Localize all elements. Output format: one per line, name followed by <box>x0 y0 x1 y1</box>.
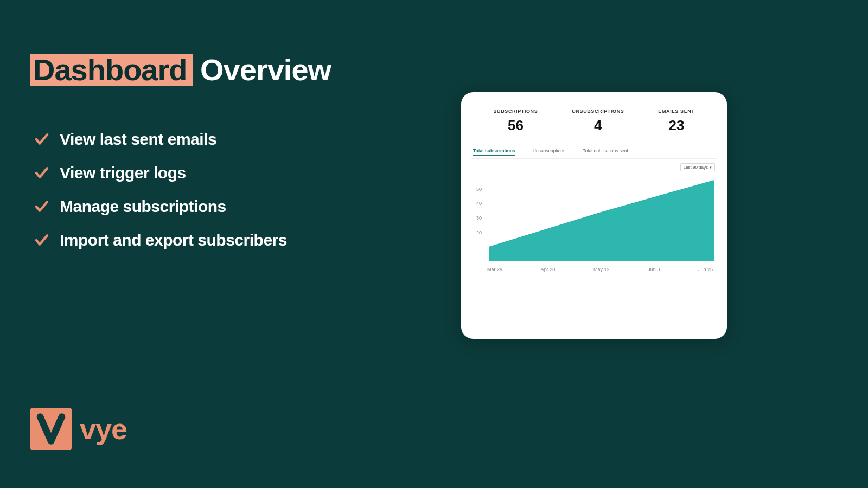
stat-label: EMAILS SENT <box>658 108 694 114</box>
date-range-select[interactable]: Last 90 days ▾ <box>680 163 715 171</box>
check-icon <box>34 232 50 248</box>
x-tick-label: Apr 20 <box>541 267 556 272</box>
feature-text: Manage subscriptions <box>60 197 226 216</box>
x-tick-label: Jun 3 <box>648 267 660 272</box>
tab-total-subscriptions[interactable]: Total subscriptions <box>473 148 515 156</box>
chevron-down-icon: ▾ <box>710 165 712 170</box>
heading-rest: Overview <box>200 53 331 87</box>
x-axis: Mar 29Apr 20May 12Jun 3Jun 25 <box>486 267 714 272</box>
stat-label: UNSUBSCRIPTIONS <box>572 108 624 114</box>
x-tick-label: Mar 29 <box>487 267 502 272</box>
stat-label: SUBSCRIPTIONS <box>494 108 538 114</box>
x-tick-label: Jun 25 <box>698 267 713 272</box>
stat-value: 56 <box>494 117 538 134</box>
stats-row: SUBSCRIPTIONS 56 UNSUBSCRIPTIONS 4 EMAIL… <box>471 108 717 134</box>
feature-item: View trigger logs <box>34 164 287 182</box>
feature-item: Manage subscriptions <box>34 197 287 216</box>
feature-text: Import and export subscribers <box>60 231 287 249</box>
date-range-label: Last 90 days <box>684 165 708 170</box>
area-plot <box>489 175 714 261</box>
chart-tabs: Total subscriptions Unsubscriptions Tota… <box>471 148 717 159</box>
feature-item: Import and export subscribers <box>34 231 287 249</box>
stat-value: 23 <box>658 117 694 134</box>
feature-text: View last sent emails <box>60 130 216 149</box>
chart-area: 20304050 Mar 29Apr 20May 12Jun 3Jun 25 <box>471 175 717 283</box>
logo-text: vye <box>80 412 127 446</box>
heading-highlight: Dashboard <box>30 54 193 86</box>
y-tick-label: 20 <box>476 230 482 235</box>
feature-list: View last sent emails View trigger logs … <box>34 130 287 249</box>
slide-heading: Dashboard Overview <box>30 54 331 86</box>
feature-text: View trigger logs <box>60 164 186 182</box>
y-tick-label: 50 <box>476 187 482 192</box>
y-tick-label: 40 <box>476 201 482 206</box>
tab-unsubscriptions[interactable]: Unsubscriptions <box>533 148 565 156</box>
tab-total-notifications-sent[interactable]: Total notifications sent <box>583 148 628 156</box>
dashboard-card: SUBSCRIPTIONS 56 UNSUBSCRIPTIONS 4 EMAIL… <box>461 92 727 339</box>
feature-item: View last sent emails <box>34 130 287 149</box>
y-axis: 20304050 <box>471 175 484 261</box>
logo-v-icon <box>35 413 67 445</box>
brand-logo: vye <box>30 408 127 450</box>
check-icon <box>34 198 50 215</box>
stat-emails-sent: EMAILS SENT 23 <box>658 108 694 134</box>
check-icon <box>34 165 50 181</box>
x-tick-label: May 12 <box>593 267 610 272</box>
stat-unsubscriptions: UNSUBSCRIPTIONS 4 <box>572 108 624 134</box>
stat-subscriptions: SUBSCRIPTIONS 56 <box>494 108 538 134</box>
logo-badge <box>30 408 72 450</box>
y-tick-label: 30 <box>476 215 482 221</box>
check-icon <box>34 131 50 147</box>
stat-value: 4 <box>572 117 624 134</box>
